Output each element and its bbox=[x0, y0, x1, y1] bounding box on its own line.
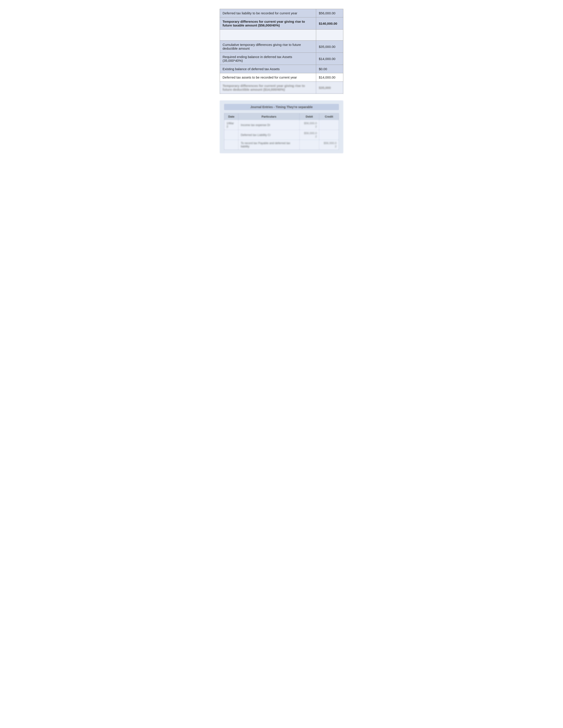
row-temp-diff-blurred: Temporary differences for current year g… bbox=[220, 82, 343, 94]
row-empty-label bbox=[220, 30, 316, 41]
row-deferred-tax-liability-value: $56,000.00 bbox=[316, 9, 343, 17]
journal-row-2: To record tax Payable and deferred tax l… bbox=[224, 140, 339, 150]
row-cumulative-temp-diff-value: $35,000.00 bbox=[316, 41, 343, 53]
row-temp-diff-blurred-label: Temporary differences for current year g… bbox=[220, 82, 316, 94]
journal-col-date: Date bbox=[224, 113, 238, 120]
row-empty-value bbox=[316, 30, 343, 41]
row-existing-balance-value: $0.00 bbox=[316, 65, 343, 73]
journal-cell-1-particulars: Deferred tax Liability Cr bbox=[238, 130, 300, 140]
row-existing-balance-label: Existing balance of deferred tax Assets bbox=[220, 65, 316, 73]
journal-col-debit: Debit bbox=[300, 113, 319, 120]
journal-cell-1-debit: $56,000.0 2 bbox=[300, 130, 319, 140]
row-temp-diff-blurred-value: $35,000 bbox=[316, 82, 343, 94]
row-empty bbox=[220, 30, 343, 41]
row-required-ending-balance-value: $14,000.00 bbox=[316, 53, 343, 65]
journal-wrapper: Journal Entries - Timing They're separab… bbox=[220, 100, 343, 153]
row-deferred-tax-liability-label: Deferred tax liability to be recorded fo… bbox=[220, 9, 316, 17]
row-required-ending-balance-label: Required ending balance in deferred tax … bbox=[220, 53, 316, 65]
journal-row-0: 1/Mar 2Income tax expense Dr$56,000.0 2 bbox=[224, 120, 339, 130]
journal-cell-0-particulars: Income tax expense Dr bbox=[238, 120, 300, 130]
journal-title: Journal Entries - Timing They're separab… bbox=[224, 104, 339, 110]
row-cumulative-temp-diff: Cumulative temporary differences giving … bbox=[220, 41, 343, 53]
row-deferred-tax-liability: Deferred tax liability to be recorded fo… bbox=[220, 9, 343, 17]
row-existing-balance: Existing balance of deferred tax Assets$… bbox=[220, 65, 343, 73]
journal-cell-0-debit: $56,000.0 2 bbox=[300, 120, 319, 130]
journal-cell-0-date: 1/Mar 2 bbox=[224, 120, 238, 130]
row-deferred-tax-assets-label: Deferred tax assets to be recorded for c… bbox=[220, 73, 316, 82]
journal-table: DateParticularsDebitCredit 1/Mar 2Income… bbox=[224, 113, 339, 150]
journal-cell-0-credit bbox=[319, 120, 339, 130]
journal-col-credit: Credit bbox=[319, 113, 339, 120]
row-required-ending-balance: Required ending balance in deferred tax … bbox=[220, 53, 343, 65]
row-cumulative-temp-diff-label: Cumulative temporary differences giving … bbox=[220, 41, 316, 53]
journal-cell-1-credit bbox=[319, 130, 339, 140]
row-temp-diff-current-value: $140,000.00 bbox=[316, 17, 343, 30]
row-deferred-tax-assets-value: $14,000.00 bbox=[316, 73, 343, 82]
journal-cell-2-credit: $56,000.0 2 bbox=[319, 140, 339, 150]
journal-col-particulars: Particulars bbox=[238, 113, 300, 120]
journal-cell-2-particulars: To record tax Payable and deferred tax l… bbox=[238, 140, 300, 150]
journal-cell-2-debit bbox=[300, 140, 319, 150]
tax-table: Deferred tax liability to be recorded fo… bbox=[220, 9, 343, 94]
row-deferred-tax-assets: Deferred tax assets to be recorded for c… bbox=[220, 73, 343, 82]
journal-cell-1-date bbox=[224, 130, 238, 140]
row-temp-diff-current-label: Temporary differences for current year g… bbox=[220, 17, 316, 30]
main-container: Deferred tax liability to be recorded fo… bbox=[220, 9, 343, 153]
row-temp-diff-current: Temporary differences for current year g… bbox=[220, 17, 343, 30]
journal-cell-2-date bbox=[224, 140, 238, 150]
journal-row-1: Deferred tax Liability Cr$56,000.0 2 bbox=[224, 130, 339, 140]
